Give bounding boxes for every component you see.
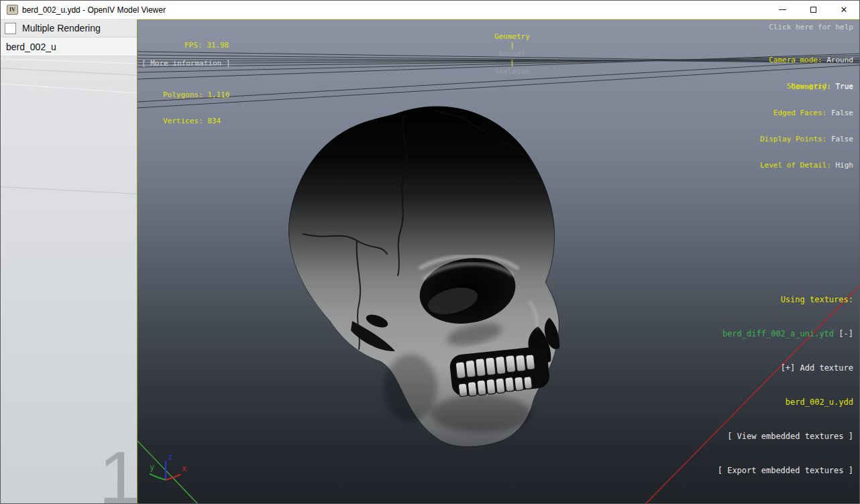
skull-cracks — [303, 110, 523, 349]
model-list-item-label: berd_002_u — [6, 42, 56, 52]
grid-line — [1, 67, 137, 77]
openiv-model-viewer-window: IV berd_002_u.ydd - OpenIV Model Viewer … — [0, 0, 860, 504]
camera-mode-label: Camera mode: — [769, 56, 822, 64]
render-settings-overlay: Geometry: True Edged Faces: False Displa… — [760, 65, 853, 187]
export-embedded-textures-button[interactable]: [ Export embedded textures ] — [718, 465, 853, 477]
right-eye-socket — [545, 318, 559, 349]
level-of-detail-label: Level of Detail: — [760, 161, 831, 170]
add-texture-button[interactable]: [+] Add texture — [718, 363, 853, 374]
axis-y-label: y — [150, 462, 154, 472]
minimize-button[interactable] — [767, 1, 798, 19]
tab-skeleton[interactable]: Skeleton — [494, 67, 530, 76]
upper-teeth — [455, 353, 535, 379]
view-embedded-textures-button[interactable]: [ View embedded textures ] — [718, 431, 853, 442]
edged-faces-label: Edged Faces: — [773, 109, 826, 117]
model-list-sidebar: Multiple Rendering berd_002_u 1 — [1, 19, 137, 504]
axis-x-label: x — [182, 464, 186, 473]
minimize-icon — [779, 9, 786, 10]
lod-page-number: 1 — [99, 440, 137, 504]
window-controls: ✕ — [767, 1, 859, 19]
world-y-axis-line — [138, 441, 198, 504]
grid-line — [1, 186, 137, 196]
vertices-value: 834 — [207, 117, 221, 125]
level-of-detail-value[interactable]: High — [836, 161, 854, 170]
remove-texture-button[interactable]: [-] — [839, 329, 853, 338]
maximize-icon — [810, 7, 816, 13]
model-file-name: berd_002_u.ydd — [718, 397, 853, 408]
eye-socket — [415, 251, 521, 331]
camera-mode-value[interactable]: Around — [826, 56, 853, 64]
axis-z-label: z — [168, 452, 172, 462]
vertices-label: Vertices: — [163, 117, 203, 125]
title-bar: IV berd_002_u.ydd - OpenIV Model Viewer … — [1, 1, 859, 19]
model-list-item[interactable]: berd_002_u — [1, 38, 137, 56]
nasal-aperture — [528, 326, 551, 363]
using-textures-header: Using textures: — [718, 294, 853, 306]
display-points-label: Display Points: — [760, 135, 826, 143]
3d-viewport[interactable]: z y x FPS: 31.98 Polygons: 1,110 Vertice… — [137, 19, 860, 504]
polygons-label: Polygons: — [163, 90, 203, 99]
grid-line — [1, 58, 137, 64]
close-icon: ✕ — [841, 5, 848, 14]
app-icon: IV — [7, 5, 18, 15]
help-link[interactable]: Click here for help — [769, 23, 853, 32]
skull-model — [289, 107, 559, 446]
tab-geometry[interactable]: Geometry — [494, 32, 530, 41]
display-points-value[interactable]: False — [831, 135, 853, 143]
multiple-rendering-row: Multiple Rendering — [1, 19, 137, 38]
texture-file-name[interactable]: berd_diff_002_a_uni.ytd — [722, 329, 834, 338]
polygons-value: 1,110 — [207, 90, 229, 99]
maximize-button[interactable] — [798, 1, 828, 19]
multiple-rendering-checkbox[interactable] — [5, 23, 16, 34]
multiple-rendering-label: Multiple Rendering — [22, 23, 101, 34]
lower-teeth — [458, 375, 533, 397]
window-title: berd_002_u.ydd - OpenIV Model Viewer — [22, 5, 767, 15]
view-mode-tabs: Geometry | Bounds | Skeleton — [138, 23, 860, 84]
grid-line — [1, 82, 137, 95]
axis-gizmo: z y x — [150, 452, 186, 480]
textures-overlay: Using textures: berd_diff_002_a_uni.ytd … — [718, 271, 853, 499]
tab-bounds[interactable]: Bounds — [499, 50, 526, 58]
geometry-value[interactable]: True — [836, 82, 854, 91]
edged-faces-value[interactable]: False — [831, 109, 853, 117]
geometry-label: Geometry: — [791, 82, 831, 91]
close-button[interactable]: ✕ — [828, 1, 859, 19]
